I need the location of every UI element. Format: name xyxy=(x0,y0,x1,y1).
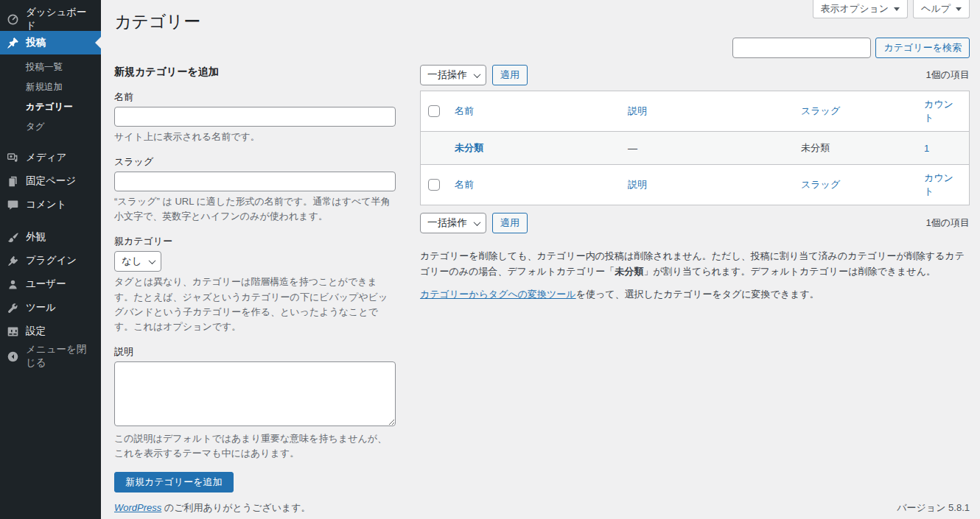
category-count-link[interactable]: 1 xyxy=(924,143,929,154)
add-category-form: 新規カテゴリーを追加 名前 サイト上に表示される名前です。 スラッグ “スラッグ… xyxy=(114,64,396,492)
screen-meta-links: 表示オプション ヘルプ xyxy=(813,0,970,18)
sidebar-item-appearance[interactable]: 外観 xyxy=(0,225,101,249)
column-header-slug[interactable]: スラッグ xyxy=(801,179,840,190)
category-name-link[interactable]: 未分類 xyxy=(455,142,483,153)
screen-options-button[interactable]: 表示オプション xyxy=(813,0,909,18)
search-input[interactable] xyxy=(732,38,871,58)
select-all-checkbox[interactable] xyxy=(428,105,440,117)
category-list: 一括操作 適用 1個の項目 名前 説明 スラッグ カウント xyxy=(420,64,970,492)
collapse-menu-label: メニューを閉じる xyxy=(26,343,95,370)
chevron-down-icon xyxy=(956,7,962,11)
chevron-down-icon xyxy=(474,219,481,226)
description-label: 説明 xyxy=(114,345,396,359)
column-header-count[interactable]: カウント xyxy=(924,99,953,123)
sidebar-item-label: 外観 xyxy=(26,230,46,244)
delete-note: カテゴリーを削除しても、カテゴリー内の投稿は削除されません。ただし、投稿に割り当… xyxy=(420,249,970,280)
chevron-down-icon xyxy=(148,257,155,264)
name-help-text: サイト上に表示される名前です。 xyxy=(114,130,396,144)
collapse-arrow-icon xyxy=(6,350,19,363)
column-header-description[interactable]: 説明 xyxy=(628,105,647,116)
paintbrush-icon xyxy=(6,230,19,244)
sidebar-item-plugins[interactable]: プラグイン xyxy=(0,249,101,272)
description-field-group: 説明 この説明はデフォルトではあまり重要な意味を持ちませんが、これを表示するテー… xyxy=(114,345,396,461)
sidebar-item-settings[interactable]: 設定 xyxy=(0,319,101,343)
add-category-heading: 新規カテゴリーを追加 xyxy=(114,66,396,79)
plugin-icon xyxy=(6,254,19,267)
column-header-name[interactable]: 名前 xyxy=(455,179,474,190)
collapse-menu-button[interactable]: メニューを閉じる xyxy=(0,345,101,368)
parent-category-select[interactable]: なし xyxy=(114,251,161,272)
bulk-actions-select[interactable]: 一括操作 xyxy=(420,213,486,233)
sidebar-item-pages[interactable]: 固定ページ xyxy=(0,169,101,193)
select-all-checkbox[interactable] xyxy=(428,179,440,191)
category-notes: カテゴリーを削除しても、カテゴリー内の投稿は削除されません。ただし、投稿に割り当… xyxy=(420,249,970,302)
chevron-down-icon xyxy=(894,7,900,11)
default-category-name: 未分類 xyxy=(615,266,643,277)
slug-help-text: “スラッグ” は URL に適した形式の名前です。通常はすべて半角小文字で、英数… xyxy=(114,194,396,224)
sidebar-item-label: ユーザー xyxy=(26,278,66,291)
search-box: カテゴリーを検索 xyxy=(114,38,970,58)
name-label: 名前 xyxy=(114,91,396,104)
sidebar-item-label: プラグイン xyxy=(26,254,77,267)
wordpress-link[interactable]: WordPress xyxy=(114,502,161,513)
sidebar-item-label: 設定 xyxy=(26,325,46,338)
wrench-icon xyxy=(6,301,19,314)
admin-footer: WordPress のご利用ありがとうございます。 バージョン 5.8.1 xyxy=(114,501,970,515)
items-count: 1個の項目 xyxy=(925,68,970,82)
name-field-group: 名前 サイト上に表示される名前です。 xyxy=(114,91,396,144)
column-header-slug[interactable]: スラッグ xyxy=(801,105,840,116)
sidebar-item-tools[interactable]: ツール xyxy=(0,296,101,319)
bulk-actions-selected-value: 一括操作 xyxy=(427,68,467,82)
column-header-description[interactable]: 説明 xyxy=(628,179,647,190)
slug-input[interactable] xyxy=(114,172,396,191)
posts-submenu: 投稿一覧 新規追加 カテゴリー タグ xyxy=(0,54,101,146)
sidebar-item-label: ダッシュボード xyxy=(26,6,95,32)
category-to-tag-converter-link[interactable]: カテゴリーからタグへの変換ツール xyxy=(420,289,576,300)
sidebar-item-label: ツール xyxy=(26,301,56,314)
description-textarea[interactable] xyxy=(114,361,396,426)
pin-icon xyxy=(6,36,19,49)
submenu-item-categories[interactable]: カテゴリー xyxy=(0,97,101,117)
table-header-row: 名前 説明 スラッグ カウント xyxy=(421,91,970,132)
sidebar-item-posts[interactable]: 投稿 xyxy=(0,31,101,54)
parent-category-label: 親カテゴリー xyxy=(114,235,396,248)
pages-icon xyxy=(6,174,19,188)
slug-label: スラッグ xyxy=(114,155,396,169)
parent-category-field-group: 親カテゴリー なし タグとは異なり、カテゴリーは階層構造を持つことができます。た… xyxy=(114,235,396,334)
search-categories-button[interactable]: カテゴリーを検索 xyxy=(875,38,970,58)
column-header-count[interactable]: カウント xyxy=(924,172,953,197)
slug-field-group: スラッグ “スラッグ” は URL に適した形式の名前です。通常はすべて半角小文… xyxy=(114,155,396,224)
parent-category-help-text: タグとは異なり、カテゴリーは階層構造を持つことができます。たとえば、ジャズという… xyxy=(114,275,396,334)
apply-button[interactable]: 適用 xyxy=(492,213,528,233)
sidebar-item-comments[interactable]: コメント xyxy=(0,193,101,216)
parent-category-selected-value: なし xyxy=(122,255,142,268)
bulk-actions-select[interactable]: 一括操作 xyxy=(420,65,486,85)
submenu-item-tags[interactable]: タグ xyxy=(0,117,101,137)
footer-version: バージョン 5.8.1 xyxy=(897,501,970,515)
sidebar-item-users[interactable]: ユーザー xyxy=(0,272,101,296)
help-button[interactable]: ヘルプ xyxy=(913,0,970,18)
category-slug: 未分類 xyxy=(801,142,830,153)
submenu-item-all-posts[interactable]: 投稿一覧 xyxy=(0,57,101,77)
menu-separator xyxy=(0,216,101,225)
categories-table: 名前 説明 スラッグ カウント 未分類 — 未分類 1 xyxy=(420,91,970,205)
sidebar-item-label: 投稿 xyxy=(26,36,46,49)
converter-note: カテゴリーからタグへの変換ツールを使って、選択したカテゴリーをタグに変換できます… xyxy=(420,287,970,303)
category-description: — xyxy=(628,143,637,154)
content-area: 表示オプション ヘルプ カテゴリー カテゴリーを検索 新規カテゴリーを追加 名前… xyxy=(101,0,980,519)
settings-icon xyxy=(6,325,19,338)
apply-button[interactable]: 適用 xyxy=(492,65,528,85)
sidebar-item-dashboard[interactable]: ダッシュボード xyxy=(0,7,101,31)
sidebar-item-media[interactable]: メディア xyxy=(0,146,101,169)
add-category-submit-button[interactable]: 新規カテゴリーを追加 xyxy=(114,472,234,492)
tablenav-top: 一括操作 適用 1個の項目 xyxy=(420,64,970,86)
sidebar-item-label: コメント xyxy=(26,198,66,211)
name-input[interactable] xyxy=(114,107,396,127)
submenu-item-add-new[interactable]: 新規追加 xyxy=(0,77,101,97)
column-header-name[interactable]: 名前 xyxy=(455,105,474,116)
chevron-down-icon xyxy=(474,71,481,78)
user-icon xyxy=(6,278,19,291)
sidebar-item-label: メディア xyxy=(26,151,66,164)
sidebar-item-label: 固定ページ xyxy=(26,174,76,188)
tablenav-bottom: 一括操作 適用 1個の項目 xyxy=(420,212,970,234)
